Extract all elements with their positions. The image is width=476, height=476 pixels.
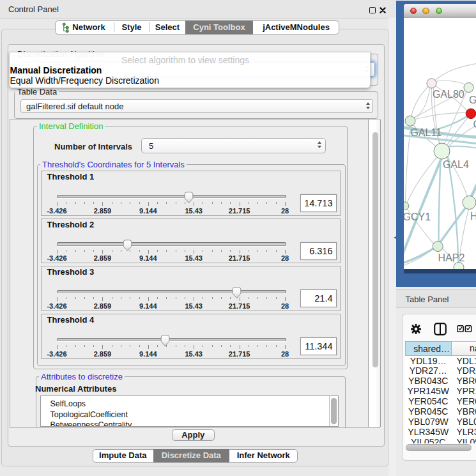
svg-text:H: H (470, 210, 476, 221)
svg-text:GAL11: GAL11 (410, 127, 441, 137)
svg-text:GCY1: GCY1 (404, 211, 431, 222)
svg-text:HAP2: HAP2 (438, 252, 464, 263)
svg-text:C: C (473, 119, 476, 130)
svg-text:GA: GA (469, 94, 476, 105)
svg-text:GAL80: GAL80 (432, 89, 464, 100)
svg-text:GAL4: GAL4 (442, 159, 468, 170)
